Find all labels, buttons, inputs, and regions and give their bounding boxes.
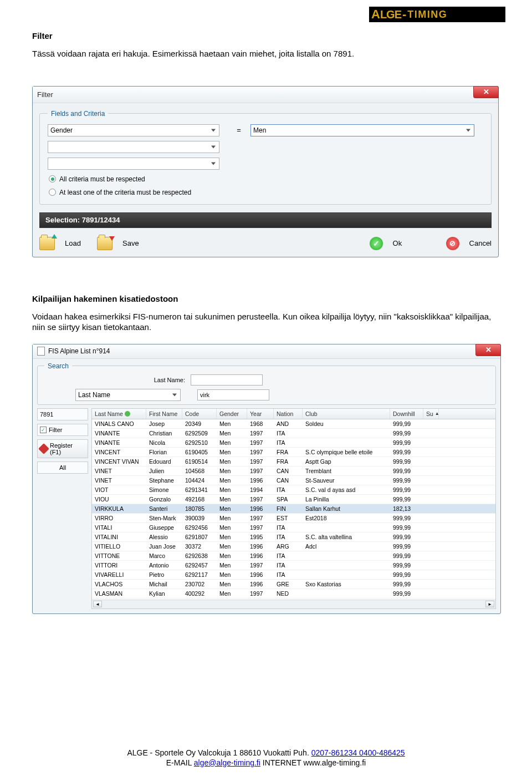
save-button[interactable]: Save bbox=[122, 239, 145, 247]
table-row[interactable]: VITALINIAlessio6291807Men1995ITAS.C. alt… bbox=[92, 532, 495, 542]
col-year[interactable]: Year bbox=[247, 409, 274, 419]
col-lastname[interactable]: Last Name bbox=[92, 409, 146, 419]
table-row[interactable]: VITTORIAntonio6292457Men1997ITA999,99 bbox=[92, 561, 495, 570]
load-button[interactable]: Load bbox=[65, 239, 87, 247]
table-cell bbox=[303, 551, 390, 560]
table-cell: Men bbox=[217, 532, 247, 541]
document-icon bbox=[37, 347, 45, 356]
col-firstname[interactable]: First Name bbox=[146, 409, 182, 419]
fields-criteria-legend: Fields and Criteria bbox=[48, 110, 108, 118]
col-gender[interactable]: Gender bbox=[217, 409, 247, 419]
table-cell bbox=[423, 523, 439, 532]
col-downhill[interactable]: Downhill bbox=[390, 409, 423, 419]
table-row[interactable]: VIVARELLIPietro6292117Men1996ITA999,99 bbox=[92, 570, 495, 580]
table-cell: Men bbox=[217, 429, 247, 438]
table-cell: 6292456 bbox=[182, 523, 217, 532]
table-cell: 1995 bbox=[247, 532, 274, 541]
table-cell bbox=[423, 504, 439, 513]
table-cell: GRE bbox=[274, 580, 303, 589]
table-row[interactable]: VINCENT VIVANEdouard6190514Men1997FRAAsp… bbox=[92, 457, 495, 466]
field-combo-1[interactable]: Gender bbox=[48, 124, 219, 136]
equals-label: = bbox=[232, 126, 246, 134]
table-cell bbox=[423, 438, 439, 447]
table-row[interactable]: VINANTEChristian6292509Men1997ITA999,99 bbox=[92, 429, 495, 438]
table-row[interactable]: VLACHOSMichail230702Men1996GRESxo Kastor… bbox=[92, 580, 495, 589]
table-cell: Men bbox=[217, 523, 247, 532]
cancel-button[interactable]: Cancel bbox=[469, 239, 492, 247]
table-row[interactable]: VINETStephane104424Men1996CANSt-Sauveur9… bbox=[92, 476, 495, 485]
table-cell: 1997 bbox=[247, 429, 274, 438]
table-row[interactable]: VIOUGonzalo492168Men1997SPALa Pinilla999… bbox=[92, 495, 495, 504]
table-cell: 1997 bbox=[247, 457, 274, 466]
table-cell: Men bbox=[217, 504, 247, 513]
table-cell: CAN bbox=[274, 476, 303, 485]
table-cell: Simone bbox=[146, 485, 182, 494]
table-cell: 1997 bbox=[247, 514, 274, 523]
table-cell bbox=[423, 589, 439, 598]
table-cell: Juan Jose bbox=[146, 542, 182, 551]
lastname-extra-input[interactable] bbox=[191, 374, 263, 386]
table-cell bbox=[423, 485, 439, 494]
col-su[interactable]: Su ▲ bbox=[423, 409, 439, 419]
scroll-left-icon[interactable]: ◄ bbox=[93, 601, 102, 607]
table-row[interactable]: VINANTENicola6292510Men1997ITA999,99 bbox=[92, 438, 495, 448]
scroll-right-icon[interactable]: ► bbox=[485, 601, 494, 607]
cancel-icon[interactable]: ⊘ bbox=[446, 237, 459, 250]
table-cell: 20349 bbox=[182, 419, 217, 428]
table-row[interactable]: VINCENTFlorian6190405Men1997FRAS.C olymp… bbox=[92, 448, 495, 457]
results-grid[interactable]: Last Name First Name Code Gender Year Na… bbox=[91, 408, 496, 609]
check-icon[interactable]: ✓ bbox=[370, 237, 383, 250]
table-cell: 1997 bbox=[247, 561, 274, 570]
folder-save-icon[interactable] bbox=[97, 237, 112, 250]
table-cell: VIOU bbox=[92, 495, 146, 504]
table-cell: Marco bbox=[146, 551, 182, 560]
table-row[interactable]: VIRROSten-Mark390039Men1997ESTEst2018999… bbox=[92, 514, 495, 523]
table-cell: VINANTE bbox=[92, 438, 146, 447]
table-row[interactable]: VITIELLOJuan Jose30372Men1996ARGAdcl999,… bbox=[92, 542, 495, 551]
value-combo-1[interactable]: Men bbox=[250, 124, 474, 136]
table-cell: ITA bbox=[274, 561, 303, 570]
table-cell: 999,99 bbox=[390, 485, 423, 494]
ok-button[interactable]: Ok bbox=[393, 239, 415, 247]
fis-dialog-title: FIS Alpine List n°914 bbox=[48, 347, 110, 355]
table-cell: AND bbox=[274, 419, 303, 428]
filter-checkbox-row[interactable]: ✓ Filter bbox=[37, 424, 88, 436]
table-cell: Men bbox=[217, 589, 247, 598]
chevron-down-icon bbox=[466, 129, 470, 131]
table-row[interactable]: VIRKKULASanteri180785Men1996FINSallan Ka… bbox=[92, 504, 495, 514]
col-club[interactable]: Club bbox=[303, 409, 390, 419]
table-row[interactable]: VIOTSimone6291341Men1994ITAS.C. val d ay… bbox=[92, 485, 495, 495]
close-icon[interactable]: ✕ bbox=[473, 86, 499, 98]
fields-criteria-fieldset: Fields and Criteria Gender = Men All cri… bbox=[39, 110, 492, 205]
field-combo-3[interactable] bbox=[48, 158, 219, 170]
table-cell bbox=[423, 532, 439, 541]
table-cell bbox=[423, 514, 439, 523]
table-cell: 999,99 bbox=[390, 532, 423, 541]
grid-h-scrollbar[interactable]: ◄ ► bbox=[92, 600, 495, 608]
field-combo-2[interactable] bbox=[48, 141, 219, 153]
col-nation[interactable]: Nation bbox=[274, 409, 303, 419]
table-cell: 999,99 bbox=[390, 551, 423, 560]
col-code[interactable]: Code bbox=[182, 409, 217, 419]
table-row[interactable]: VINETJulien104568Men1997CANTremblant999,… bbox=[92, 466, 495, 476]
table-cell: 6292117 bbox=[182, 570, 217, 579]
all-button[interactable]: All bbox=[37, 462, 88, 474]
lastname-input[interactable]: virk bbox=[197, 389, 269, 400]
table-row[interactable]: VINALS CANOJosep20349Men1968ANDSoldeu999… bbox=[92, 419, 495, 429]
table-cell: Men bbox=[217, 485, 247, 494]
radio-all-criteria[interactable]: All criteria must be respected bbox=[49, 175, 483, 183]
table-cell: 999,99 bbox=[390, 495, 423, 504]
table-row[interactable]: VITTONEMarco6292638Men1996ITA999,99 bbox=[92, 551, 495, 561]
radio-any-criteria[interactable]: At least one of the criteria must be res… bbox=[49, 189, 483, 196]
table-row[interactable]: VLASMANKylian400292Men1997NED999,99 bbox=[92, 589, 495, 599]
table-row[interactable]: VITALIGiuseppe6292456Men1997ITA999,99 bbox=[92, 523, 495, 532]
table-cell: SPA bbox=[274, 495, 303, 504]
table-cell: Men bbox=[217, 514, 247, 523]
lastname-combo[interactable]: Last Name bbox=[75, 389, 181, 401]
table-cell bbox=[423, 419, 439, 428]
table-cell: Pietro bbox=[146, 570, 182, 579]
close-icon[interactable]: ✕ bbox=[475, 344, 501, 356]
folder-load-icon[interactable] bbox=[39, 237, 55, 250]
register-button[interactable]: Register (F1) bbox=[37, 439, 88, 458]
chevron-down-icon bbox=[172, 393, 177, 396]
